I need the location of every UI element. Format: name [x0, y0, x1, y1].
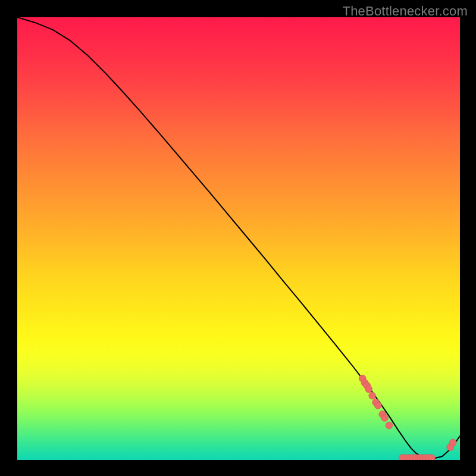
chart-frame: TheBottlenecker.com — [0, 0, 476, 476]
data-dot — [386, 422, 393, 429]
data-dot — [374, 402, 381, 409]
data-dots-group — [359, 375, 456, 460]
data-dot — [365, 386, 372, 393]
chart-svg — [17, 17, 460, 460]
bottleneck-curve-line — [17, 17, 460, 459]
data-dot — [381, 414, 389, 421]
data-dot — [449, 439, 456, 446]
data-dot — [428, 455, 435, 460]
plot-area — [17, 17, 460, 460]
data-dot — [369, 392, 376, 399]
